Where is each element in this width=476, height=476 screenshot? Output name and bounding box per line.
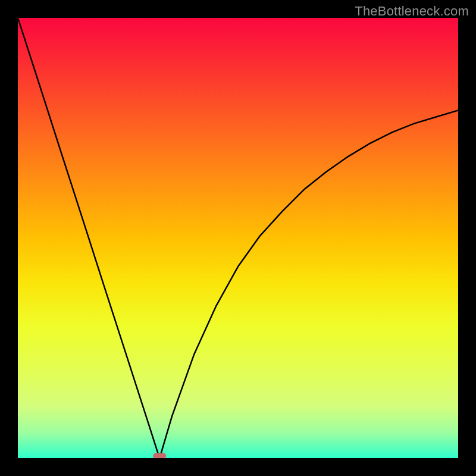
- watermark: TheBottleneck.com: [355, 4, 469, 19]
- chart-plot-area: [18, 18, 458, 458]
- svg-rect-0: [153, 453, 166, 458]
- bottleneck-curve: [18, 18, 458, 458]
